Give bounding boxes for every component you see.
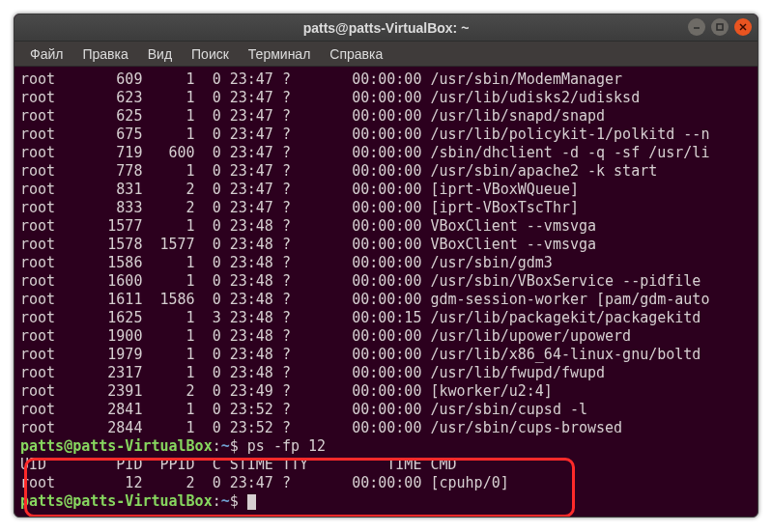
menu-search[interactable]: Поиск <box>184 44 237 64</box>
prompt-line: patts@patts-VirtualBox:~$ <box>20 492 752 511</box>
svg-rect-1 <box>717 24 723 30</box>
menu-help[interactable]: Справка <box>322 44 390 64</box>
process-row: root 1586 1 0 23:48 ? 00:00:00 /usr/sbin… <box>20 254 752 272</box>
process-row: root 623 1 0 23:47 ? 00:00:00 /usr/lib/u… <box>20 89 752 107</box>
process-row: root 2317 1 0 23:48 ? 00:00:00 /usr/lib/… <box>20 364 752 382</box>
process-row: root 1979 1 0 23:48 ? 00:00:00 /usr/lib/… <box>20 346 752 364</box>
process-row: root 609 1 0 23:47 ? 00:00:00 /usr/sbin/… <box>20 70 752 89</box>
process-row: root 1900 1 0 23:48 ? 00:00:00 /usr/lib/… <box>20 327 752 346</box>
menubar: Файл Правка Вид Поиск Терминал Справка <box>14 42 758 67</box>
process-row: root 1611 1586 0 23:48 ? 00:00:00 gdm-se… <box>20 291 752 309</box>
process-row: root 719 600 0 23:47 ? 00:00:00 /sbin/dh… <box>20 144 752 162</box>
menu-file[interactable]: Файл <box>22 44 71 64</box>
menu-terminal[interactable]: Терминал <box>241 44 318 64</box>
process-row: root 675 1 0 23:47 ? 00:00:00 /usr/lib/p… <box>20 126 752 144</box>
process-row: root 1600 1 0 23:48 ? 00:00:00 /usr/sbin… <box>20 272 752 291</box>
terminal-output[interactable]: root 609 1 0 23:47 ? 00:00:00 /usr/sbin/… <box>14 67 758 511</box>
terminal-window: patts@patts-VirtualBox: ~ Файл Правка Ви… <box>14 14 758 518</box>
process-row: root 625 1 0 23:47 ? 00:00:00 /usr/lib/s… <box>20 107 752 126</box>
window-title: patts@patts-VirtualBox: ~ <box>14 20 758 36</box>
process-row: root 1625 1 3 23:48 ? 00:00:15 /usr/lib/… <box>20 309 752 327</box>
minimize-button[interactable] <box>688 18 705 36</box>
ps-header: UID PID PPID C STIME TTY TIME CMD <box>20 456 752 474</box>
process-row: root 831 2 0 23:47 ? 00:00:00 [iprt-VBox… <box>20 181 752 199</box>
process-row: root 12 2 0 23:47 ? 00:00:00 [cpuhp/0] <box>20 474 752 492</box>
command-text: ps -fp 12 <box>247 437 326 455</box>
maximize-button[interactable] <box>711 18 729 36</box>
process-row: root 1577 1 0 23:48 ? 00:00:00 VBoxClien… <box>20 217 752 236</box>
process-row: root 778 1 0 23:47 ? 00:00:00 /usr/sbin/… <box>20 162 752 181</box>
cursor <box>247 494 256 510</box>
menu-view[interactable]: Вид <box>140 44 180 64</box>
process-row: root 2391 2 0 23:49 ? 00:00:00 [kworker/… <box>20 382 752 401</box>
process-row: root 2841 1 0 23:52 ? 00:00:00 /usr/sbin… <box>20 401 752 419</box>
titlebar: patts@patts-VirtualBox: ~ <box>14 14 758 42</box>
window-controls <box>688 18 752 36</box>
menu-edit[interactable]: Правка <box>74 44 135 64</box>
process-row: root 2844 1 0 23:52 ? 00:00:00 /usr/sbin… <box>20 419 752 437</box>
prompt-line: patts@patts-VirtualBox:~$ ps -fp 12 <box>20 437 752 456</box>
process-row: root 1578 1577 0 23:48 ? 00:00:00 VBoxCl… <box>20 236 752 254</box>
process-row: root 833 2 0 23:47 ? 00:00:00 [iprt-VBox… <box>20 199 752 217</box>
close-button[interactable] <box>734 18 752 36</box>
